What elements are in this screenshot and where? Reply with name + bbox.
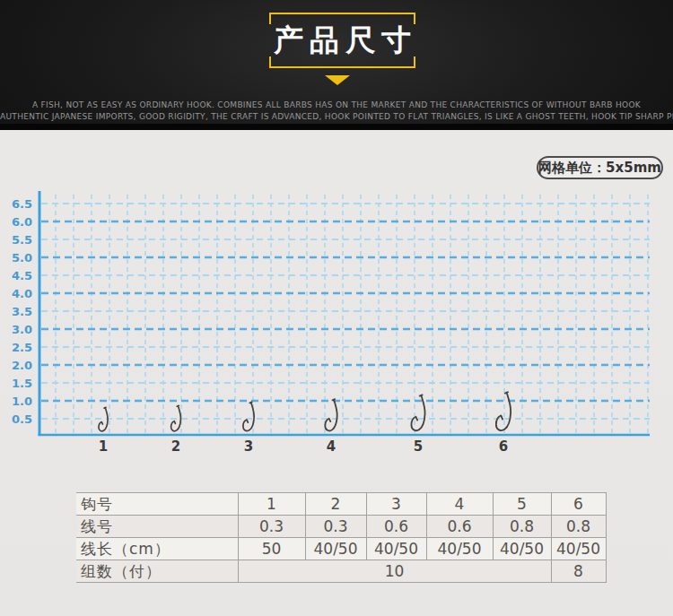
spec-cell: 40/50 — [426, 538, 493, 560]
spec-cell: 0.3 — [305, 516, 366, 538]
hook-number-label: 5 — [414, 438, 423, 455]
title-bracket-bottom — [269, 56, 415, 68]
spec-cell: 4 — [426, 493, 493, 516]
spec-cell: 6 — [551, 493, 606, 516]
y-axis-tick-label: 4.5 — [12, 269, 32, 282]
spec-cell: 40/50 — [493, 538, 551, 560]
spec-table-row: 线长（cm）5040/5040/5040/5040/5040/50 — [76, 538, 606, 560]
spec-cell: 0.6 — [366, 516, 426, 538]
spec-row-label: 线号 — [76, 516, 238, 538]
hook-number-label: 1 — [99, 438, 108, 455]
y-axis-tick-label: 6.5 — [12, 197, 32, 211]
spec-cell: 50 — [238, 538, 305, 560]
y-axis-tick-label: 2.0 — [12, 359, 32, 372]
tagline-line-2: AUTHENTIC JAPANESE IMPORTS, GOOD RIGIDIT… — [0, 111, 673, 123]
spec-table-row: 线号0.30.30.60.60.80.8 — [76, 516, 606, 538]
spec-row-label: 组数（付） — [76, 560, 238, 583]
spec-row-label: 钩号 — [76, 493, 238, 516]
y-axis-tick-label: 0.5 — [12, 412, 32, 426]
hook-size-chart: 6.56.05.55.04.54.03.53.02.52.01.51.00.51… — [0, 130, 673, 489]
hook-number-label: 4 — [327, 438, 336, 455]
y-axis-tick-label: 3.0 — [12, 323, 32, 336]
spec-cell: 0.8 — [551, 516, 606, 538]
y-axis-tick-label: 5.5 — [12, 233, 32, 247]
product-size-page: 产品尺寸 A FISH, NOT AS EASY AS ORDINARY HOO… — [0, 0, 673, 616]
spec-row-label: 线长（cm） — [76, 538, 238, 560]
fishing-hook-icon — [496, 392, 511, 430]
header-bottom-strip — [0, 124, 673, 130]
hook-number-label: 6 — [499, 438, 508, 455]
spec-cell: 8 — [551, 560, 606, 583]
spec-cell: 40/50 — [366, 538, 426, 560]
spec-cell: 0.6 — [426, 516, 493, 538]
spec-cell: 40/50 — [551, 538, 606, 560]
spec-cell: 10 — [238, 560, 551, 583]
y-axis-tick-label: 1.0 — [12, 395, 32, 408]
title-box: 产品尺寸 — [269, 13, 415, 68]
y-axis-tick-label: 4.0 — [12, 287, 32, 300]
spec-cell: 2 — [305, 493, 366, 516]
down-arrow-icon — [325, 75, 350, 85]
tagline: A FISH, NOT AS EASY AS ORDINARY HOOK. CO… — [0, 100, 673, 123]
spec-cell: 1 — [238, 493, 305, 516]
tagline-line-1: A FISH, NOT AS EASY AS ORDINARY HOOK. CO… — [0, 100, 673, 111]
spec-table-row: 组数（付）108 — [76, 560, 606, 583]
fishing-hook-icon — [325, 399, 336, 430]
spec-cell: 3 — [366, 493, 426, 516]
hook-number-label: 3 — [244, 438, 253, 455]
spec-table: 钩号123456线号0.30.30.60.60.80.8线长（cm）5040/5… — [76, 492, 607, 583]
header-banner: 产品尺寸 A FISH, NOT AS EASY AS ORDINARY HOO… — [0, 0, 673, 130]
spec-cell: 5 — [493, 493, 551, 516]
y-axis-tick-label: 5.0 — [12, 251, 32, 265]
hook-number-label: 2 — [171, 438, 180, 455]
spec-table-row: 钩号123456 — [76, 493, 606, 516]
y-axis-tick-label: 3.5 — [12, 305, 32, 318]
y-axis-tick-label: 2.5 — [12, 341, 32, 354]
spec-cell: 40/50 — [305, 538, 366, 560]
y-axis-tick-label: 6.0 — [12, 215, 32, 229]
spec-cell: 0.8 — [493, 516, 551, 538]
y-axis-tick-label: 1.5 — [12, 377, 32, 390]
spec-cell: 0.3 — [238, 516, 305, 538]
